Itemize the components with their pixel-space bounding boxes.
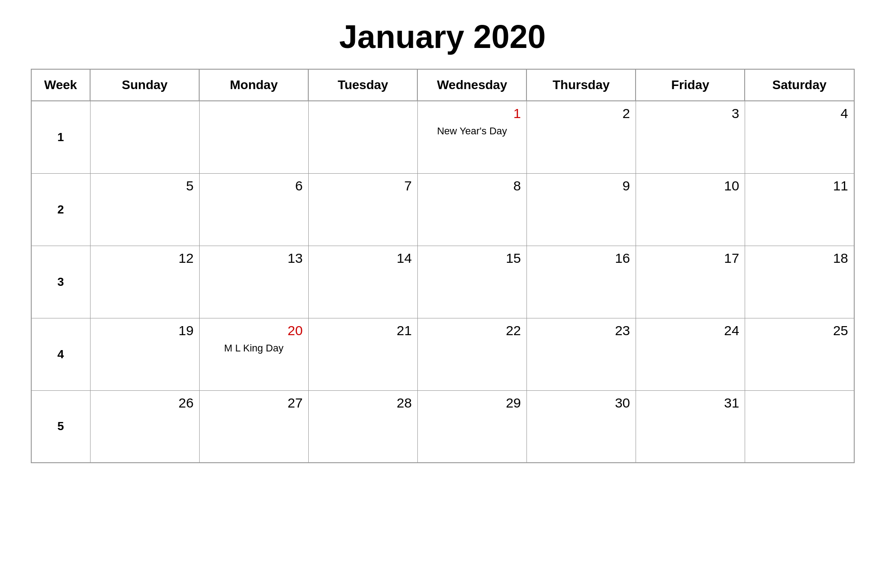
day-number: 8: [423, 178, 521, 194]
day-number: 27: [205, 395, 303, 411]
day-cell: 2: [526, 101, 636, 173]
day-cell: 25: [745, 318, 854, 390]
day-number: 26: [96, 395, 194, 411]
holiday-label: New Year's Day: [423, 125, 521, 138]
day-number: 12: [96, 251, 194, 266]
day-number: 17: [641, 251, 739, 266]
day-number: 11: [751, 178, 848, 194]
day-cell: [199, 101, 308, 173]
day-cell: 22: [417, 318, 526, 390]
day-number: 15: [423, 251, 521, 266]
week-number: 1: [31, 101, 91, 173]
day-number: 5: [96, 178, 194, 194]
page-title: January 2020: [339, 18, 545, 55]
day-cell: 16: [526, 246, 636, 318]
day-number: 13: [205, 251, 303, 266]
day-cell: 30: [526, 390, 636, 463]
day-cell: 21: [308, 318, 417, 390]
day-cell: 13: [199, 246, 308, 318]
day-cell: 15: [417, 246, 526, 318]
day-cell: [745, 390, 854, 463]
day-number: 2: [532, 106, 630, 121]
day-cell: 1New Year's Day: [417, 101, 526, 173]
week-number: 2: [31, 173, 91, 246]
week-number: 3: [31, 246, 91, 318]
day-number: 21: [314, 323, 412, 338]
header-saturday: Saturday: [745, 69, 854, 101]
calendar-table: WeekSundayMondayTuesdayWednesdayThursday…: [31, 69, 855, 463]
day-number: 30: [532, 395, 630, 411]
holiday-label: M L King Day: [205, 342, 303, 355]
header-sunday: Sunday: [90, 69, 199, 101]
calendar-row: 312131415161718: [31, 246, 854, 318]
day-number: 19: [96, 323, 194, 338]
header-thursday: Thursday: [526, 69, 636, 101]
day-number: 7: [314, 178, 412, 194]
day-number: 29: [423, 395, 521, 411]
day-number: 6: [205, 178, 303, 194]
day-number: 4: [751, 106, 848, 121]
day-cell: 4: [745, 101, 854, 173]
day-cell: 14: [308, 246, 417, 318]
day-number: 3: [641, 106, 739, 121]
day-cell: 5: [90, 173, 199, 246]
day-number: 22: [423, 323, 521, 338]
day-cell: 11: [745, 173, 854, 246]
calendar-row: 11New Year's Day234: [31, 101, 854, 173]
day-cell: 18: [745, 246, 854, 318]
day-cell: 10: [636, 173, 745, 246]
day-number: 9: [532, 178, 630, 194]
day-number: 1: [423, 106, 521, 121]
day-cell: 17: [636, 246, 745, 318]
day-number: 28: [314, 395, 412, 411]
day-number: 20: [205, 323, 303, 338]
day-cell: 31: [636, 390, 745, 463]
header-monday: Monday: [199, 69, 308, 101]
day-number: 24: [641, 323, 739, 338]
day-number: 14: [314, 251, 412, 266]
header-tuesday: Tuesday: [308, 69, 417, 101]
day-cell: [90, 101, 199, 173]
day-cell: 27: [199, 390, 308, 463]
header-week: Week: [31, 69, 91, 101]
day-number: 25: [751, 323, 848, 338]
day-number: 10: [641, 178, 739, 194]
day-cell: 23: [526, 318, 636, 390]
day-cell: 28: [308, 390, 417, 463]
day-number: 16: [532, 251, 630, 266]
day-cell: [308, 101, 417, 173]
day-cell: 26: [90, 390, 199, 463]
day-cell: 3: [636, 101, 745, 173]
calendar-row: 2567891011: [31, 173, 854, 246]
day-cell: 24: [636, 318, 745, 390]
day-cell: 19: [90, 318, 199, 390]
day-cell: 12: [90, 246, 199, 318]
day-cell: 20M L King Day: [199, 318, 308, 390]
day-cell: 29: [417, 390, 526, 463]
week-number: 4: [31, 318, 91, 390]
day-number: 23: [532, 323, 630, 338]
day-cell: 6: [199, 173, 308, 246]
header-wednesday: Wednesday: [417, 69, 526, 101]
day-number: 31: [641, 395, 739, 411]
day-cell: 8: [417, 173, 526, 246]
header-friday: Friday: [636, 69, 745, 101]
calendar-row: 5262728293031: [31, 390, 854, 463]
day-number: 18: [751, 251, 848, 266]
day-cell: 9: [526, 173, 636, 246]
day-cell: 7: [308, 173, 417, 246]
calendar-row: 41920M L King Day2122232425: [31, 318, 854, 390]
week-number: 5: [31, 390, 91, 463]
